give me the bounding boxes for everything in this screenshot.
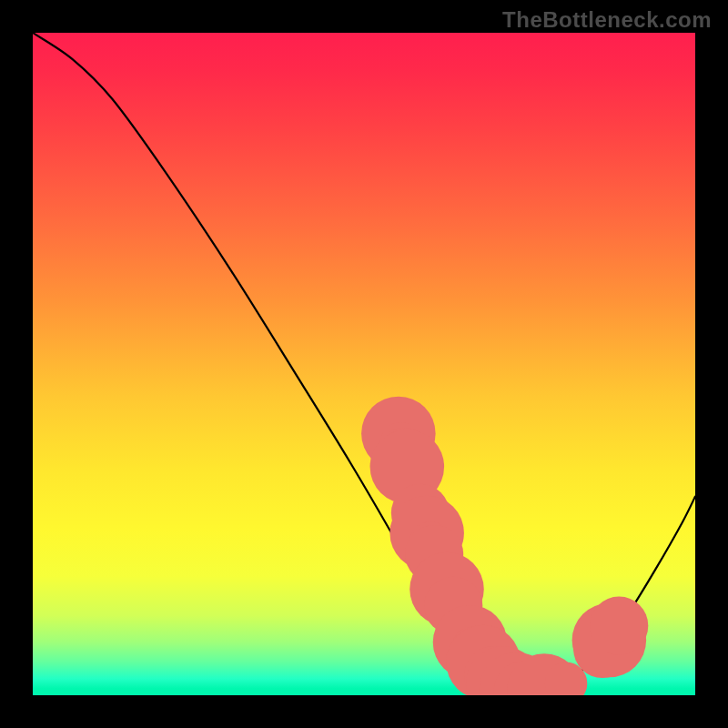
chart-frame: TheBottleneck.com [0, 0, 728, 728]
data-points [361, 397, 648, 695]
bottleneck-curve [33, 33, 695, 693]
data-point [590, 597, 648, 655]
watermark-text: TheBottleneck.com [502, 7, 712, 33]
bottleneck-curve-svg [33, 33, 695, 695]
plot-area [33, 33, 695, 695]
